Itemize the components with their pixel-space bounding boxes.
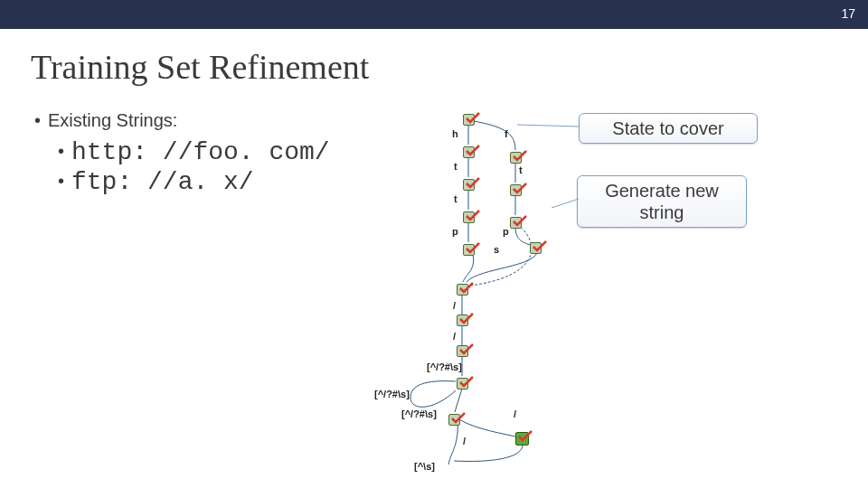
state-node [463, 179, 475, 191]
state-node [530, 242, 542, 254]
string-http: http: //foo. com/ [58, 138, 414, 166]
state-node [457, 314, 468, 326]
slide-number: 17 [841, 6, 855, 21]
automaton-diagram: h f t t t p p s / / [^/?#\s] [^/?#\s] [^… [362, 108, 687, 479]
state-node [463, 114, 475, 126]
edge-label: [^\s] [414, 461, 435, 472]
edge-label: h [452, 128, 458, 139]
state-node [457, 345, 468, 357]
edge-label: [^/?#\s] [401, 408, 437, 419]
edge-label: t [519, 164, 523, 175]
slide-title: Training Set Refinement [31, 47, 868, 87]
state-node [457, 378, 468, 389]
edge-label: / [453, 300, 456, 311]
edge-label: / [453, 331, 456, 342]
edge-label: [^/?#\s] [374, 389, 410, 399]
top-bar: 17 [0, 0, 868, 29]
state-node [463, 146, 475, 158]
edge-label: s [494, 244, 499, 255]
string-ftp: ftp: //a. x/ [58, 168, 414, 196]
state-node [510, 217, 522, 229]
state-node [457, 284, 468, 296]
edge-label: / [463, 436, 466, 446]
state-node [463, 244, 475, 256]
automaton-edges [362, 108, 687, 479]
existing-strings-label: Existing Strings: [34, 110, 414, 131]
edge-label: t [454, 161, 458, 172]
state-node [448, 414, 460, 426]
edge-label: t [454, 193, 458, 204]
svg-line-9 [455, 389, 462, 412]
edge-label: [^/?#\s] [427, 361, 462, 372]
edge-label: / [514, 408, 516, 419]
edge-label: p [503, 226, 509, 237]
state-node [510, 152, 522, 164]
edge-label: p [452, 226, 458, 237]
state-node [510, 184, 522, 196]
state-node-target [515, 432, 529, 446]
body-text: Existing Strings: http: //foo. com/ ftp:… [34, 110, 414, 196]
state-node [463, 211, 475, 223]
edge-label: f [505, 128, 508, 139]
